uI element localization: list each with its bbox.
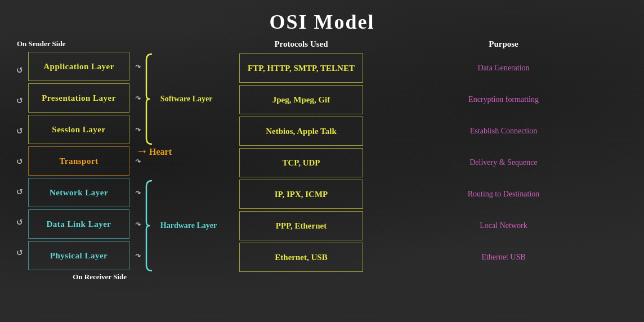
purpose-app: Data Generation xyxy=(374,53,633,83)
layer-physical: Physical Layer xyxy=(28,241,129,270)
sender-label: On Sender Side xyxy=(17,39,65,48)
proto-net: IP, IPX, ICMP xyxy=(239,180,363,209)
layer-presentation: Presentation Layer xyxy=(28,83,129,113)
purpose-trans: Delivery & Sequence xyxy=(374,148,633,177)
purpose-data: Local Network xyxy=(374,211,633,240)
purpose-section: Purpose Data Generation Encryption forma… xyxy=(374,39,633,272)
purpose-header: Purpose xyxy=(374,39,633,49)
software-brace-svg xyxy=(144,52,154,146)
hardware-brace-svg xyxy=(144,178,154,273)
hardware-brace-group: Hardware Layer xyxy=(144,178,217,273)
purpose-net: Routing to Destination xyxy=(374,180,633,209)
right-arrow-3: ↷ xyxy=(132,115,141,144)
proto-phys: Ethernet, USB xyxy=(239,243,363,272)
right-arrow-7: ↷ xyxy=(132,241,141,270)
right-arrow-1: ↷ xyxy=(132,52,141,81)
arrow-1: ↺ xyxy=(17,55,23,85)
layer-datalink: Data Link Layer xyxy=(28,209,129,239)
proto-trans: TCP, UDP xyxy=(239,148,363,177)
arrow-2: ↺ xyxy=(17,85,23,115)
protocols-header: Protocols Used xyxy=(239,39,363,49)
protocols-section: Protocols Used FTP, HTTP, SMTP, TELNET J… xyxy=(239,39,363,274)
proto-sess: Netbios, Apple Talk xyxy=(239,117,363,146)
receiver-label: On Receiver Side xyxy=(73,272,127,281)
page-title: OSI Model xyxy=(0,0,644,34)
left-section: On Sender Side ↺ ↺ ↺ ↺ ↺ ↺ ↺ Application… xyxy=(11,39,129,281)
layer-session: Session Layer xyxy=(28,115,129,144)
arrow-3: ↺ xyxy=(17,115,23,146)
layer-application: Application Layer xyxy=(28,52,129,81)
proto-pres: Jpeg, Mpeg, Gif xyxy=(239,85,363,114)
arrow-4: ↺ xyxy=(17,146,23,176)
proto-app: FTP, HTTP, SMTP, TELNET xyxy=(239,53,363,83)
hardware-label: Hardware Layer xyxy=(160,221,217,230)
heart-arrow-group: → Heart xyxy=(138,145,172,159)
right-arrows: ↷ ↷ ↷ ↷ ↷ ↷ ↷ xyxy=(132,52,141,272)
middle-section: ↷ ↷ ↷ ↷ ↷ ↷ ↷ Software Layer xyxy=(132,39,222,272)
left-arrows: ↺ ↺ ↺ ↺ ↺ ↺ ↺ xyxy=(11,52,28,267)
right-arrow-5: ↷ xyxy=(132,178,141,207)
arrow-5: ↺ xyxy=(17,176,23,207)
layer-network: Network Layer xyxy=(28,178,129,207)
heart-arrow-icon: → xyxy=(138,145,146,159)
purpose-sess: Establish Connection xyxy=(374,117,633,146)
proto-data: PPP, Ethernet xyxy=(239,211,363,240)
arrow-6: ↺ xyxy=(17,207,23,237)
arrow-7: ↺ xyxy=(17,237,23,267)
layer-transport: Transport xyxy=(28,146,129,176)
right-arrow-2: ↷ xyxy=(132,83,141,113)
purpose-pres: Encryption formatting xyxy=(374,85,633,114)
purpose-phys: Ethernet USB xyxy=(374,243,633,272)
heart-label: Heart xyxy=(149,147,172,157)
layers-column: Application Layer Presentation Layer Ses… xyxy=(28,52,129,270)
software-label: Software Layer xyxy=(160,95,213,104)
software-brace-group: Software Layer xyxy=(144,52,213,146)
purpose-list: Data Generation Encryption formatting Es… xyxy=(374,53,633,272)
right-arrow-6: ↷ xyxy=(132,209,141,239)
